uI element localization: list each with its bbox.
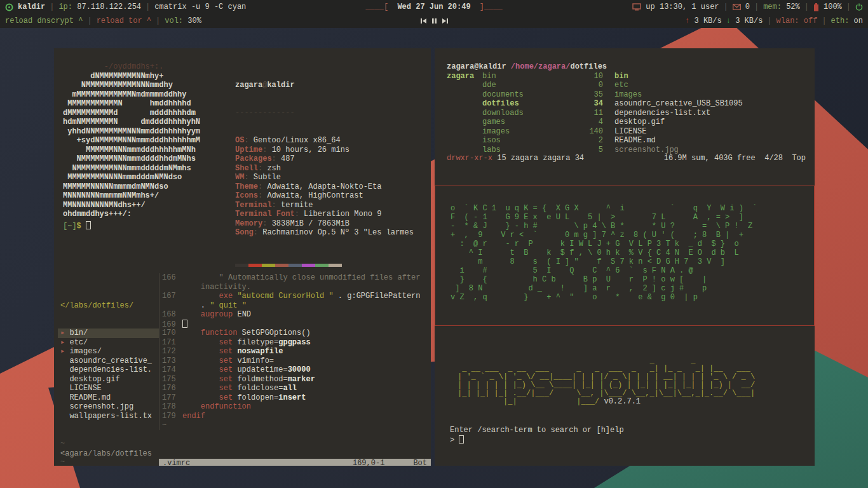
vim-filler-tilde: ~ (60, 458, 159, 466)
nerdtree-item[interactable]: desktop.gif (60, 375, 159, 384)
code-token (182, 310, 201, 319)
ranger-file-row[interactable]: desktop.gif (614, 118, 743, 127)
folder-arrow-icon (60, 365, 69, 374)
ascii-art-line: ohdmmddhys+++/: (63, 210, 200, 219)
nerdtree-item[interactable]: ▸ bin/ (58, 329, 159, 338)
vim-cursor-position: 169,0-1 (353, 459, 384, 466)
ranger-file-row[interactable]: asoundrc_creative_USB_SB1095 (614, 99, 743, 109)
nerdtree-item-label: LICENSE (69, 384, 101, 393)
download-value: 3 KB/s (735, 17, 763, 25)
ranger-dir-row[interactable]: labs5 (482, 146, 603, 155)
code-token: inactivity. (182, 283, 251, 292)
mps-logo-tail: |_| |___/ (458, 397, 604, 406)
wlan-widget[interactable]: wlan: off (776, 17, 818, 25)
ranger-dir-row[interactable]: downloads11 (482, 109, 603, 118)
cmatrix-row: : @ r - r P k I W L J + G V L P 3 T k _ … (451, 240, 757, 248)
shell-prompt[interactable]: [~]$ (63, 221, 91, 231)
code-token (182, 329, 201, 337)
ranger-dir-row[interactable]: documents35 (482, 90, 603, 100)
nerdtree-items: ▸ bin/▸ etc/▸ images/ asoundrc_creative_… (60, 329, 159, 421)
ranger-file-row[interactable]: bin (614, 72, 743, 81)
vim-editor[interactable]: 166 " Automatically close unmodified fil… (159, 273, 431, 430)
terminal-cmatrix[interactable]: o ` K C 1 u q K = { X G X ^ i ` q Y W i … (435, 186, 815, 326)
ranger-dir-row[interactable]: dde0 (482, 81, 603, 90)
terminal-mps-youtube[interactable]: _ _ _ __ ___ _ __ ___ _ _ ___ _ _| |_ _ … (435, 326, 815, 466)
ranger-dir-row[interactable]: games4 (482, 118, 603, 127)
code-token (182, 375, 219, 384)
dir-count: 35 (594, 90, 603, 100)
line-number: 178 (159, 402, 182, 412)
nerdtree-item[interactable]: asoundrc_creative_ (60, 356, 159, 366)
eth-widget[interactable]: eth: on (831, 17, 863, 25)
previous-track-icon[interactable] (420, 18, 427, 24)
nerdtree-item[interactable]: README.md (60, 393, 159, 403)
terminal-ranger[interactable]: zagara@kaldir /home/zagara/dotfiles zaga… (435, 48, 815, 186)
ranger-dir-row[interactable]: isos2 (482, 136, 603, 146)
ranger-file-row[interactable]: screenshot.jpg (614, 146, 743, 155)
distro-logo-icon[interactable] (5, 3, 13, 11)
ranger-permissions: drwxr-xr-x (447, 154, 492, 163)
code-token: set (219, 375, 233, 384)
pause-icon[interactable] (431, 18, 437, 24)
dir-name: downloads (482, 109, 524, 118)
ranger-owner-info: 15 zagara zagara 34 (492, 154, 584, 163)
terminal-vim[interactable]: </labs/dotfiles/ ▸ bin/▸ etc/▸ images/ a… (54, 267, 431, 466)
info-label: Icons (235, 191, 258, 200)
vim-editor-line: 167 exe "autocmd CursorHold " . g:GPGFil… (159, 292, 431, 301)
ranger-file-row[interactable]: etc (614, 81, 743, 90)
separator: | (767, 17, 771, 25)
nerdtree-item[interactable]: ▸ etc/ (60, 338, 159, 348)
ranger-file-row[interactable]: LICENSE (614, 127, 743, 137)
info-colon: : (295, 210, 304, 219)
ranger-dir-row[interactable]: bin10 (482, 72, 603, 81)
info-colon: : (258, 164, 267, 173)
ranger-file-row[interactable]: README.md (614, 136, 743, 146)
folder-arrow-icon (60, 412, 69, 421)
ranger-dir-row[interactable]: dotfiles34 (482, 99, 603, 109)
code-token (182, 347, 219, 356)
battery-value: 100% (824, 3, 842, 11)
ranger-dir-row[interactable]: images140 (482, 127, 603, 137)
nerdtree-item-label: bin/ (69, 329, 88, 337)
nerdtree-item[interactable]: wallpapers-list.tx (60, 412, 159, 421)
code-token: END (233, 310, 251, 319)
reload-dnscrypt-button[interactable]: reload dnscrypt ^ (5, 17, 83, 25)
clock-deco-right: ]____ (480, 3, 503, 11)
nerdtree-statusline: <agara/labs/dotfiles (60, 449, 159, 459)
info-value: 10 hours, 26 mins (272, 146, 349, 154)
mail-icon[interactable] (733, 4, 741, 10)
power-icon[interactable] (855, 3, 863, 11)
nerdtree-item[interactable]: dependencies-list. (60, 365, 159, 375)
download-arrow-icon: ↓ (726, 17, 731, 25)
upload-value: 3 KB/s (695, 17, 722, 25)
code-token: " quit " (210, 301, 247, 310)
reload-tor-button[interactable]: reload tor ^ (97, 17, 151, 25)
info-label: Packages (235, 154, 272, 163)
next-track-icon[interactable] (442, 18, 449, 24)
code-token: . g:GPGFilePattern (334, 292, 421, 301)
nerdtree-item[interactable]: screenshot.jpg (60, 402, 159, 412)
ranger-file-row[interactable]: dependencies-list.txt (614, 109, 743, 118)
neofetch-info-row: Packages: 487 (235, 154, 414, 164)
nerdtree-item[interactable]: ▸ images/ (60, 347, 159, 356)
uptime: up 13:30, 1 user (646, 3, 719, 11)
ranger-file-row[interactable]: images (614, 90, 743, 100)
volume-widget[interactable]: vol: 30% (165, 17, 201, 25)
info-label: Terminal (235, 201, 272, 210)
ranger-parent-column[interactable]: zagara (447, 72, 474, 81)
info-value: 3838MiB / 7863MiB (272, 219, 349, 228)
code-token: set (219, 365, 233, 374)
nerdtree-item[interactable]: LICENSE (60, 384, 159, 393)
folder-arrow-icon: ▸ (60, 329, 69, 337)
mps-prompt[interactable]: > (450, 435, 464, 445)
separator: | (87, 17, 92, 25)
dir-name: labs (482, 146, 501, 155)
nerdtree-root[interactable]: </labs/dotfiles/ (60, 301, 159, 311)
hostname: kaldir (18, 3, 45, 11)
separator: | (156, 17, 160, 25)
terminal-neofetch[interactable]: -/oyddmdhs+:. dNMMMMMMMMNNmhy+ NMMMMMMMM… (54, 48, 431, 267)
info-label: Memory (235, 219, 262, 228)
neofetch-info-row: Memory: 3838MiB / 7863MiB (235, 219, 414, 229)
vim-scroll-indicator: Bot (413, 459, 427, 466)
ascii-art-line: NMMMMMMMNNNmmmddddhhdmMNhs (63, 154, 200, 164)
